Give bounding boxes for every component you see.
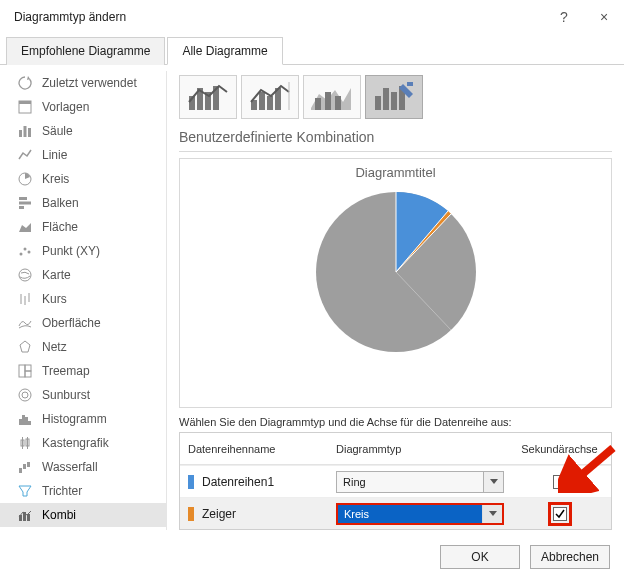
cat-recent[interactable]: Zuletzt verwendet (0, 71, 166, 95)
combo-value: Kreis (338, 508, 482, 520)
secondary-axis-checkbox[interactable] (553, 507, 567, 521)
line-icon (14, 148, 36, 162)
help-button[interactable]: ? (544, 0, 584, 34)
series-color (188, 475, 194, 489)
label: Wasserfall (42, 460, 98, 474)
cat-bar[interactable]: Balken (0, 191, 166, 215)
chart-type-select[interactable]: Ring (336, 471, 504, 493)
table-row: Zeiger Kreis (180, 497, 611, 529)
cat-column[interactable]: Säule (0, 119, 166, 143)
templates-icon (14, 100, 36, 114)
chart-preview: Diagrammtitel (179, 158, 612, 408)
stock-icon (14, 292, 36, 306)
label: Fläche (42, 220, 78, 234)
divider (179, 151, 612, 152)
dialog-footer: OK Abbrechen (0, 536, 624, 575)
chart-type-select[interactable]: Kreis (336, 503, 504, 525)
label: Zuletzt verwendet (42, 76, 137, 90)
subtype-4-custom[interactable] (365, 75, 423, 119)
dialog-title: Diagrammtyp ändern (14, 0, 544, 34)
chevron-down-icon (483, 472, 503, 492)
cat-combo[interactable]: Kombi (0, 503, 166, 527)
svg-rect-31 (23, 464, 26, 469)
label: Kreis (42, 172, 69, 186)
tab-recommended[interactable]: Empfohlene Diagramme (6, 37, 165, 65)
svg-rect-3 (24, 126, 27, 137)
button-label: OK (471, 550, 488, 564)
svg-marker-33 (19, 486, 31, 496)
secondary-axis-checkbox[interactable] (553, 475, 567, 489)
funnel-icon (14, 484, 36, 498)
svg-rect-8 (19, 206, 24, 209)
svg-rect-2 (19, 130, 22, 137)
sunburst-icon (14, 388, 36, 402)
svg-rect-51 (391, 92, 397, 110)
label: Sunburst (42, 388, 90, 402)
svg-rect-25 (28, 421, 31, 425)
svg-rect-30 (19, 468, 22, 473)
cat-line[interactable]: Linie (0, 143, 166, 167)
svg-rect-7 (19, 202, 31, 205)
pie-icon (14, 172, 36, 186)
svg-rect-4 (28, 128, 31, 137)
label: Treemap (42, 364, 90, 378)
tab-strip: Empfohlene Diagramme Alle Diagramme (0, 36, 624, 65)
close-button[interactable]: × (584, 0, 624, 34)
button-label: Abbrechen (541, 550, 599, 564)
label: Kombi (42, 508, 76, 522)
svg-point-10 (24, 248, 27, 251)
label: Oberfläche (42, 316, 101, 330)
label: Karte (42, 268, 71, 282)
recent-icon (14, 76, 36, 90)
tab-all[interactable]: Alle Diagramme (167, 37, 282, 65)
cat-funnel[interactable]: Trichter (0, 479, 166, 503)
cat-surface[interactable]: Oberfläche (0, 311, 166, 335)
svg-rect-18 (25, 365, 31, 371)
series-name: Zeiger (202, 507, 236, 521)
label: Kastengrafik (42, 436, 109, 450)
header-axis: Sekundärachse (508, 443, 611, 455)
label: Balken (42, 196, 79, 210)
tab-label: Empfohlene Diagramme (21, 44, 150, 58)
label: Kurs (42, 292, 67, 306)
svg-rect-32 (27, 462, 30, 467)
cat-area[interactable]: Fläche (0, 215, 166, 239)
cat-sunburst[interactable]: Sunburst (0, 383, 166, 407)
bar-icon (14, 196, 36, 210)
treemap-icon (14, 364, 36, 378)
titlebar: Diagrammtyp ändern ? × (0, 0, 624, 34)
ok-button[interactable]: OK (440, 545, 520, 569)
svg-point-12 (19, 269, 31, 281)
svg-point-9 (20, 253, 23, 256)
waterfall-icon (14, 460, 36, 474)
svg-rect-17 (19, 365, 25, 377)
cat-pie[interactable]: Kreis (0, 167, 166, 191)
cat-boxplot[interactable]: Kastengrafik (0, 431, 166, 455)
cat-treemap[interactable]: Treemap (0, 359, 166, 383)
chart-title: Diagrammtitel (355, 165, 435, 180)
instruction-label: Wählen Sie den Diagrammtyp und die Achse… (179, 416, 612, 428)
subtype-1[interactable] (179, 75, 237, 119)
histogram-icon (14, 412, 36, 426)
svg-rect-42 (259, 92, 265, 110)
pie-chart-icon (286, 184, 506, 354)
svg-rect-48 (335, 96, 341, 110)
main-panel: Benutzerdefinierte Kombination Diagrammt… (167, 65, 624, 536)
label: Netz (42, 340, 67, 354)
svg-rect-23 (22, 415, 25, 425)
cat-waterfall[interactable]: Wasserfall (0, 455, 166, 479)
cat-stock[interactable]: Kurs (0, 287, 166, 311)
subtype-2[interactable] (241, 75, 299, 119)
subtype-3[interactable] (303, 75, 361, 119)
cat-templates[interactable]: Vorlagen (0, 95, 166, 119)
cancel-button[interactable]: Abbrechen (530, 545, 610, 569)
combo-value: Ring (337, 476, 483, 488)
cat-histogram[interactable]: Histogramm (0, 407, 166, 431)
cat-xy[interactable]: Punkt (XY) (0, 239, 166, 263)
section-title: Benutzerdefinierte Kombination (179, 129, 612, 145)
header-name: Datenreihenname (180, 443, 332, 455)
cat-radar[interactable]: Netz (0, 335, 166, 359)
label: Vorlagen (42, 100, 89, 114)
series-table: Datenreihenname Diagrammtyp Sekundärachs… (179, 432, 612, 530)
cat-map[interactable]: Karte (0, 263, 166, 287)
